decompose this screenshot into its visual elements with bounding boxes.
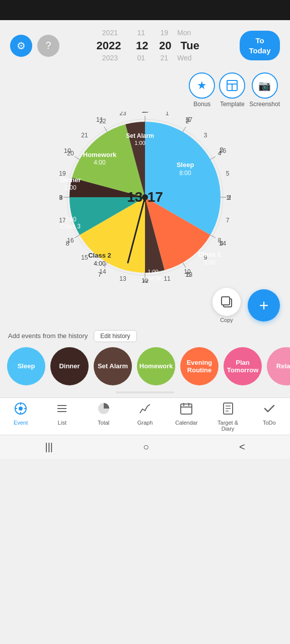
list-icon <box>55 402 68 418</box>
nav-total-label: Total <box>98 420 109 426</box>
svg-text:4:00: 4:00 <box>94 159 106 166</box>
template-button[interactable]: Template <box>219 72 245 108</box>
svg-text:20: 20 <box>67 150 74 157</box>
svg-text:8: 8 <box>218 237 222 244</box>
nav-todo-label: ToDo <box>263 420 276 426</box>
category-dinner[interactable]: Dinner <box>50 347 89 385</box>
date-picker[interactable]: 2021 11 19 Mon 2022 12 20 Tue 2023 01 21… <box>65 28 234 63</box>
svg-text:Dinner: Dinner <box>60 176 81 184</box>
screenshot-button[interactable]: 📷 Screenshot <box>249 72 280 108</box>
svg-text:8:00: 8:00 <box>179 170 191 177</box>
svg-text:0: 0 <box>143 112 147 114</box>
nav-calendar-label: Calendar <box>175 420 198 426</box>
copy-label: Copy <box>220 317 233 323</box>
template-label: Template <box>220 101 245 108</box>
nav-list[interactable]: List <box>47 402 77 432</box>
category-pills: Sleep Dinner Set Alarm Homework Evening … <box>0 347 290 391</box>
home-button[interactable]: ○ <box>133 437 159 457</box>
svg-text:6: 6 <box>229 194 231 201</box>
bonus-button[interactable]: ★ Bonus <box>189 72 215 108</box>
svg-rect-89 <box>181 404 192 414</box>
nav-target-diary[interactable]: Target &Diary <box>213 402 243 432</box>
date-row-prev: 2021 11 19 Mon <box>65 28 234 38</box>
help-button[interactable]: ? <box>37 35 59 57</box>
calendar-icon <box>180 402 193 418</box>
category-relax[interactable]: Rela... <box>267 347 290 385</box>
date-row-current: 2022 12 20 Tue <box>65 38 234 54</box>
svg-point-76 <box>142 194 148 200</box>
system-nav: ||| ○ < <box>0 435 290 459</box>
nav-graph[interactable]: Graph <box>130 402 160 432</box>
menu-button[interactable]: ||| <box>35 437 63 457</box>
category-set-alarm[interactable]: Set Alarm <box>94 347 132 385</box>
clock-numbers: 0 1 2 3 4 5 6 7 8 9 10 11 12 13 14 15 16… <box>59 112 231 283</box>
bottom-section: Copy + Add events from the history Edit … <box>0 283 290 459</box>
status-bar <box>0 0 290 20</box>
category-sleep[interactable]: Sleep <box>7 347 45 385</box>
nav-event[interactable]: Event <box>6 402 36 432</box>
back-button[interactable]: < <box>229 437 255 457</box>
top-actions: ★ Bonus Template 📷 Screenshot <box>0 68 290 110</box>
nav-calendar[interactable]: Calendar <box>171 402 201 432</box>
svg-text:Sleep: Sleep <box>177 161 194 169</box>
category-plan-tomorrow[interactable]: Plan Tomorrow <box>224 347 262 385</box>
todo-icon <box>263 402 276 418</box>
copy-button[interactable] <box>212 288 241 316</box>
history-text: Add events from the history <box>8 332 88 340</box>
svg-text:Class 3: Class 3 <box>60 223 81 230</box>
template-icon <box>219 72 245 99</box>
history-section: Add events from the history Edit history <box>0 327 290 347</box>
nav-graph-label: Graph <box>137 420 153 426</box>
nav-todo[interactable]: ToDo <box>254 402 284 432</box>
bonus-label: Bonus <box>193 101 210 108</box>
svg-text:7: 7 <box>226 217 230 224</box>
add-event-button[interactable]: + <box>248 289 280 321</box>
category-evening-routine[interactable]: Evening Routine <box>180 347 219 385</box>
svg-text:Class 2: Class 2 <box>88 252 111 259</box>
svg-rect-1 <box>227 80 237 84</box>
svg-text:2: 2 <box>186 118 189 125</box>
bonus-icon: ★ <box>189 72 215 99</box>
nav-total[interactable]: Total <box>89 402 119 432</box>
svg-text:1:00: 1:00 <box>134 140 145 146</box>
svg-text:1: 1 <box>166 112 169 117</box>
screenshot-label: Screenshot <box>249 101 280 108</box>
svg-text:16: 16 <box>67 237 74 244</box>
svg-text:18: 18 <box>59 194 63 201</box>
svg-text:2:00: 2:00 <box>64 216 77 223</box>
svg-text:21: 21 <box>81 132 88 139</box>
nav-event-label: Event <box>14 420 28 426</box>
svg-text:5: 5 <box>226 170 230 177</box>
svg-text:Homework: Homework <box>83 151 117 158</box>
svg-point-80 <box>19 407 23 411</box>
svg-text:4:00: 4:00 <box>94 260 106 267</box>
plus-icon: + <box>259 297 269 313</box>
svg-text:Set Alarm: Set Alarm <box>126 132 154 139</box>
edit-history-button[interactable]: Edit history <box>94 330 136 342</box>
date-row-next: 2023 01 21 Wed <box>65 53 234 63</box>
svg-text:14: 14 <box>99 268 106 275</box>
fab-area: Copy + <box>0 288 290 327</box>
chart-area: 0 1 2 3 4 5 6 7 8 9 10 11 12 13 14 15 16… <box>0 112 290 283</box>
settings-button[interactable]: ⚙ <box>10 35 32 57</box>
header: ⚙ ? 2021 11 19 Mon 2022 12 20 Tue 2023 0… <box>0 20 290 68</box>
event-icon <box>14 402 27 418</box>
svg-text:1:00: 1:00 <box>148 269 158 275</box>
header-icon-group: ⚙ ? <box>10 35 59 57</box>
category-homework[interactable]: Homework <box>137 347 175 385</box>
nav-list-label: List <box>58 420 66 426</box>
svg-text:4: 4 <box>218 150 222 157</box>
svg-text:3: 3 <box>204 132 207 139</box>
total-icon <box>97 402 110 418</box>
to-today-button[interactable]: ToToday <box>240 31 280 60</box>
bottom-nav: Event List Total <box>0 397 290 435</box>
svg-text:1:00: 1:00 <box>64 184 77 191</box>
svg-text:15: 15 <box>81 254 88 261</box>
svg-text:3:00: 3:00 <box>203 259 215 266</box>
svg-text:Class 1: Class 1 <box>198 251 221 258</box>
svg-line-75 <box>128 197 145 263</box>
target-diary-icon <box>222 402 235 418</box>
graph-icon <box>138 402 152 418</box>
svg-text:22: 22 <box>99 118 106 125</box>
svg-text:Lunch Br...: Lunch Br... <box>141 276 165 281</box>
